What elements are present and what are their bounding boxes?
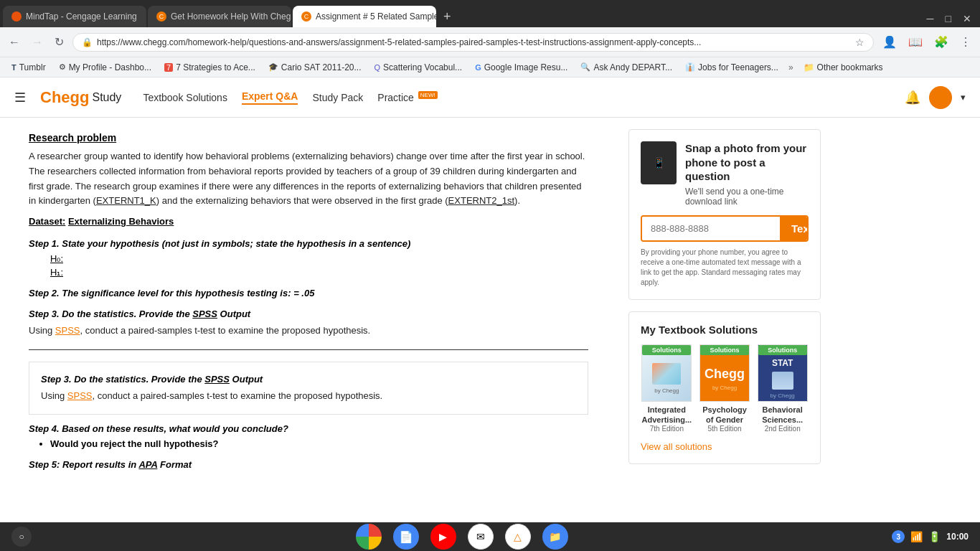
bookmark-other[interactable]: 📁 Other bookmarks (798, 61, 889, 74)
textbook-card-heading: My Textbook Solutions (641, 324, 809, 336)
bookmark-tumblr[interactable]: T Tumblr (6, 61, 52, 74)
book-item-behavioral[interactable]: Solutions STAT by Chegg Behavioral Scien… (756, 344, 809, 433)
snap-card-text: Snap a photo from your phone to post a q… (685, 141, 809, 207)
tab-get-homework[interactable]: C Get Homework Help With Chegg... ✕ (148, 6, 291, 27)
textbook-solutions-card: My Textbook Solutions Solutions by Chegg… (628, 311, 821, 465)
solutions-badge-integrated: Solutions (642, 345, 691, 355)
forward-btn[interactable]: → (29, 33, 46, 52)
book-title-integrated: Integrated Advertising... (641, 405, 693, 425)
snap-photo-card: 📱 Snap a photo from your phone to post a… (628, 129, 821, 300)
refresh-btn[interactable]: ↻ (52, 32, 67, 52)
step5-title: Step 5: Report results in APA Format (29, 459, 588, 470)
bookmark-scattering[interactable]: Q Scattering Vocabul... (368, 61, 468, 74)
bookmark-folder-icon: 📁 (804, 62, 814, 72)
bookmark-cario[interactable]: 🎓 Cario SAT 2011-20... (263, 61, 367, 74)
step3-box-section: Step 3. Do the statistics. Provide the S… (29, 362, 588, 415)
step4-section: Step 4. Based on these results, what wou… (29, 423, 588, 449)
bookmarks-bar: T Tumblr ⚙ My Profile - Dashbo... 7 7 St… (0, 57, 980, 77)
bookmark-profile[interactable]: ⚙ My Profile - Dashbo... (53, 61, 157, 74)
bookmark-label-other: Other bookmarks (817, 62, 883, 72)
more-btn[interactable]: ⋮ (957, 32, 974, 52)
bookmark-label-tumblr: Tumblr (19, 62, 46, 72)
back-btn[interactable]: ← (6, 33, 23, 52)
book-cover-psychology: Solutions Chegg by Chegg (699, 344, 750, 402)
step3-top-body: Using SPSS, conduct a paired-samples t-t… (29, 324, 588, 338)
bookmark-label-google-image: Google Image Resu... (484, 62, 568, 72)
new-tab-button[interactable]: + (438, 6, 457, 27)
hamburger-menu[interactable]: ☰ (14, 90, 26, 105)
url-bar[interactable]: 🔒 https://www.chegg.com/homework-help/qu… (72, 33, 874, 52)
tab-close-mindtap[interactable]: ✕ (146, 13, 146, 21)
bookmark-label-7strats: 7 Strategies to Ace... (176, 62, 255, 72)
address-bar: ← → ↻ 🔒 https://www.chegg.com/homework-h… (0, 27, 980, 57)
bookmark-7strats[interactable]: 7 7 Strategies to Ace... (159, 61, 261, 74)
maximize-btn[interactable]: □ (943, 10, 954, 27)
chegg-header: ☰ Chegg Study Textbook Solutions Expert … (0, 77, 980, 118)
tab-bar: MindTap - Cengage Learning ✕ C Get Homew… (0, 0, 980, 27)
chegg-brand-name: Chegg (40, 88, 89, 107)
h0-line: H₀: (50, 253, 588, 264)
externt2-ref: EXTERNT2_1st (448, 195, 514, 206)
tab-mindtap[interactable]: MindTap - Cengage Learning ✕ (3, 6, 146, 27)
bookmark-label-profile: My Profile - Dashbo... (69, 62, 151, 72)
dataset-value: Externalizing Behaviors (68, 216, 174, 227)
bookmark-askAndy[interactable]: 🔍 Ask Andy DEPART... (575, 61, 678, 74)
user-dropdown-arrow[interactable]: ▾ (961, 92, 966, 103)
step5-section: Step 5: Report results in APA Format (29, 459, 588, 470)
tab-assignment[interactable]: C Assignment # 5 Related Sample... ✕ (293, 6, 436, 27)
bookmark-label-cario: Cario SAT 2011-20... (281, 62, 362, 72)
book-item-psychology[interactable]: Solutions Chegg by Chegg Psychology of G… (699, 344, 751, 433)
chegg-study-label: Study (92, 91, 121, 104)
step3-top-section: Step 3. Do the statistics. Provide the S… (29, 309, 588, 338)
chegg-logo: Chegg Study (40, 88, 121, 107)
extension-icon[interactable]: 🧩 (931, 32, 951, 52)
tab-label-assignment: Assignment # 5 Related Sample... (316, 11, 436, 22)
spss-link-box[interactable]: SPSS (67, 390, 93, 401)
h1-line: H₁: (50, 267, 588, 278)
step3-top-title: Step 3. Do the statistics. Provide the S… (29, 309, 588, 319)
bookmark-label-jobs: Jobs for Teenagers... (698, 62, 778, 72)
reader-mode-icon[interactable]: 📖 (905, 32, 925, 52)
externt1-ref: EXTERNT1_K (96, 195, 156, 206)
book-title-behavioral: Behavioral Sciences... (756, 405, 809, 425)
research-problem-body: A researcher group wanted to identify ho… (29, 149, 588, 209)
book-item-integrated[interactable]: Solutions by Chegg Integrated Advertisin… (641, 344, 693, 433)
books-grid: Solutions by Chegg Integrated Advertisin… (641, 344, 809, 433)
by-chegg-behavioral: by Chegg (771, 392, 795, 399)
step3-box-title: Step 3. Do the statistics. Provide the S… (41, 374, 576, 385)
by-chegg-integrated: by Chegg (654, 387, 679, 394)
dataset-label: Dataset: (29, 216, 65, 227)
view-all-solutions-link[interactable]: View all solutions (641, 441, 712, 452)
lock-icon: 🔒 (82, 37, 93, 47)
step2-section: Step 2. The significance level for this … (29, 288, 588, 298)
step3-box-body: Using SPSS, conduct a paired-samples t-t… (41, 389, 576, 403)
book-cover-integrated: Solutions by Chegg (641, 344, 692, 402)
phone-number-input[interactable] (642, 217, 780, 240)
nav-textbook-solutions[interactable]: Textbook Solutions (143, 92, 227, 103)
nav-practice-label: Practice (377, 92, 414, 103)
snap-card-title: Snap a photo from your phone to post a q… (685, 141, 809, 184)
snap-card-subtitle: We'll send you a one-time download link (685, 187, 809, 207)
bookmark-google-image[interactable]: G Google Image Resu... (469, 61, 573, 74)
book-edition-psychology: 5th Edition (699, 425, 751, 433)
bookmark-label-scattering: Scattering Vocabul... (383, 62, 462, 72)
by-chegg-psychology: by Chegg (712, 385, 737, 391)
solutions-badge-behavioral: Solutions (758, 345, 807, 355)
bookmark-star-icon[interactable]: ☆ (855, 37, 864, 48)
nav-practice[interactable]: Practice NEW! (377, 92, 437, 103)
user-avatar[interactable] (929, 86, 952, 109)
spss-link-top[interactable]: SPSS (55, 325, 80, 336)
profile-icon[interactable]: 👤 (880, 32, 900, 52)
close-btn[interactable]: ✕ (960, 10, 974, 27)
practice-new-badge: NEW! (418, 91, 438, 99)
content-divider (29, 349, 588, 350)
nav-study-pack[interactable]: Study Pack (312, 92, 363, 103)
nav-expert-qa[interactable]: Expert Q&A (242, 90, 298, 105)
notification-bell-icon[interactable]: 🔔 (905, 90, 920, 105)
minimize-btn[interactable]: ─ (924, 10, 937, 27)
tab-label-mindtap: MindTap - Cengage Learning (26, 11, 137, 22)
url-text: https://www.chegg.com/homework-help/ques… (97, 37, 851, 47)
bookmark-jobs[interactable]: 👔 Jobs for Teenagers... (679, 61, 784, 74)
text-me-button[interactable]: Text me (780, 217, 809, 240)
phone-input-row: Text me (641, 215, 809, 242)
